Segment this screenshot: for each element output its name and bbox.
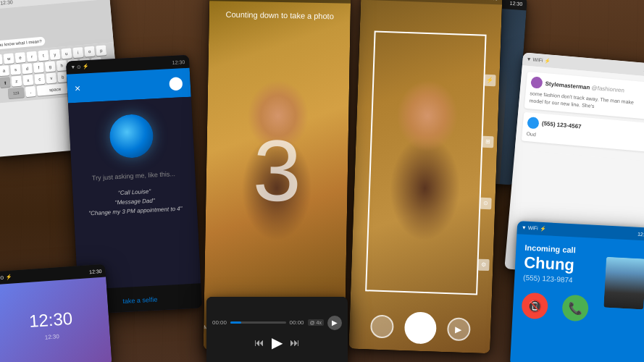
timer-icon[interactable]: ⊙	[480, 197, 492, 209]
close-icon[interactable]: ×	[75, 83, 81, 94]
video-cam-icon: ▶	[455, 324, 461, 334]
key-w[interactable]: w	[4, 53, 14, 64]
cortana-example-1: "Call Louise"	[118, 188, 151, 196]
phone-contact: (555) 123-4567	[542, 120, 582, 130]
signal-6: ▼ WiFi ⚡	[526, 56, 551, 64]
key-r[interactable]: r	[26, 51, 37, 62]
decline-button[interactable]: 📵	[521, 292, 548, 320]
accept-button[interactable]: 📞	[561, 295, 589, 322]
play-pause-button[interactable]: ▶	[272, 334, 283, 351]
time-current: 00:00	[290, 319, 304, 326]
cortana-circle	[109, 114, 154, 159]
signal-icons-2: ▼ ⊙ ⚡	[70, 64, 89, 70]
key-e[interactable]: e	[14, 52, 25, 63]
time-4: 12:30	[485, 0, 498, 1]
key-y[interactable]: y	[49, 49, 60, 60]
countdown-number: 3	[252, 126, 302, 214]
playback-controls: ⏮ ▶ ⏭	[212, 334, 342, 351]
key-a[interactable]: a	[0, 65, 9, 76]
photo-frame	[365, 30, 486, 295]
call-body: Incoming call Chung (555) 123-9874 📵 📞	[512, 234, 644, 334]
key-t[interactable]: t	[38, 50, 49, 61]
signal-8: ▼ WiFi ⚡	[522, 224, 546, 232]
key-f[interactable]: f	[33, 62, 44, 73]
key-o[interactable]: o	[84, 46, 95, 57]
notif-sender-name: Stylemasterman @fashionren	[545, 80, 624, 94]
key-shift[interactable]: ⬆	[0, 77, 11, 88]
video-btn-4[interactable]: ▶	[446, 317, 470, 341]
video-thumbnail-icon: ▶	[327, 316, 342, 330]
rewind-button[interactable]: ⏮	[254, 337, 264, 348]
flash-icon[interactable]: ⚡	[484, 74, 496, 86]
time-start: 00:00	[212, 319, 227, 326]
phone-incoming-call: ▼ WiFi ⚡ 12:30 Incoming call Chung (555)…	[510, 221, 644, 362]
key-x[interactable]: x	[22, 75, 33, 85]
progress-bar[interactable]	[230, 321, 285, 324]
lock-date-9: 12:30	[44, 333, 59, 340]
key-d[interactable]: d	[22, 63, 33, 74]
phone-camera-grid: ▼ WiFi ⚡ 12:30 ⚡ ⊞ ⊙ ⚙ ▶	[348, 0, 502, 353]
notification-area: Stylemasterman @fashionren some fashion …	[515, 65, 644, 162]
phone-video-player: 00:00 00:00 @ 4x ▶ ⏮ ▶ ⏭	[206, 297, 348, 362]
settings-icon[interactable]: ⚙	[477, 258, 490, 271]
lock-body-9: 12:30 12:30	[0, 277, 112, 362]
shutter-main-4[interactable]	[403, 311, 437, 345]
selfie-label[interactable]: take a selfie	[122, 296, 157, 306]
phone-notification[interactable]: (555) 123-4567 Oud	[522, 111, 644, 152]
chat-message: Do you know what I mean?	[0, 39, 42, 48]
key-g[interactable]: g	[45, 61, 56, 72]
cortana-example-3: "Change my 3 PM appointment to 4"	[88, 205, 183, 216]
cortana-examples: "Call Louise" "Message Dad" "Change my 3…	[88, 186, 183, 219]
notification-item[interactable]: Stylemasterman @fashionren some fashion …	[524, 72, 644, 119]
status-time-1: 12:30	[0, 0, 13, 5]
notif-name-text: Stylemasterman	[545, 80, 590, 90]
cortana-suggestion-label: Try just asking me, like this...	[92, 170, 176, 182]
time-5: 12:30	[510, 0, 523, 6]
status-time-2: 12:30	[172, 59, 185, 65]
key-i[interactable]: i	[72, 47, 83, 58]
cortana-logo: ⬤	[168, 75, 183, 91]
key-u[interactable]: u	[61, 48, 72, 59]
cortana-example-2: "Message Dad"	[114, 197, 154, 206]
key-v[interactable]: v	[46, 72, 57, 83]
key-q[interactable]: q	[0, 54, 3, 65]
key-comma[interactable]: ,	[25, 86, 36, 97]
notif-handle: @fashionren	[591, 84, 624, 93]
fast-forward-button[interactable]: ⏭	[290, 337, 300, 348]
lock-time-9: 12:30	[28, 308, 73, 332]
key-s[interactable]: s	[10, 64, 21, 75]
signal-9: ▼ ⊙ ⚡	[0, 274, 12, 282]
key-p[interactable]: p	[96, 45, 106, 56]
notif-avatar	[530, 76, 543, 88]
progress-fill	[230, 321, 241, 324]
phone-lockscreen-bottom: ▼ ⊙ ⚡ 12:30 12:30 12:30	[0, 264, 112, 362]
shutter-small-4[interactable]	[369, 314, 393, 338]
video-controls: 00:00 00:00 @ 4x ▶ ⏮ ▶ ⏭	[206, 297, 348, 362]
key-c[interactable]: c	[34, 74, 45, 85]
key-123[interactable]: 123	[8, 87, 25, 98]
cortana-body: Try just asking me, like this... "Call L…	[68, 97, 201, 290]
speed-badge: @ 4x	[308, 319, 324, 326]
phones-container: ▲ ◆ ⚡ 12:30 Do you know what I mean? q w…	[0, 0, 644, 362]
camera-controls-4: ▶	[349, 309, 491, 346]
key-z[interactable]: z	[11, 76, 22, 87]
phone-avatar	[527, 117, 539, 129]
grid-icon[interactable]: ⊞	[482, 135, 494, 148]
time-row: 00:00 00:00 @ 4x ▶	[212, 316, 342, 330]
time-9: 12:30	[89, 268, 102, 274]
time-8: 12:30	[637, 231, 644, 237]
